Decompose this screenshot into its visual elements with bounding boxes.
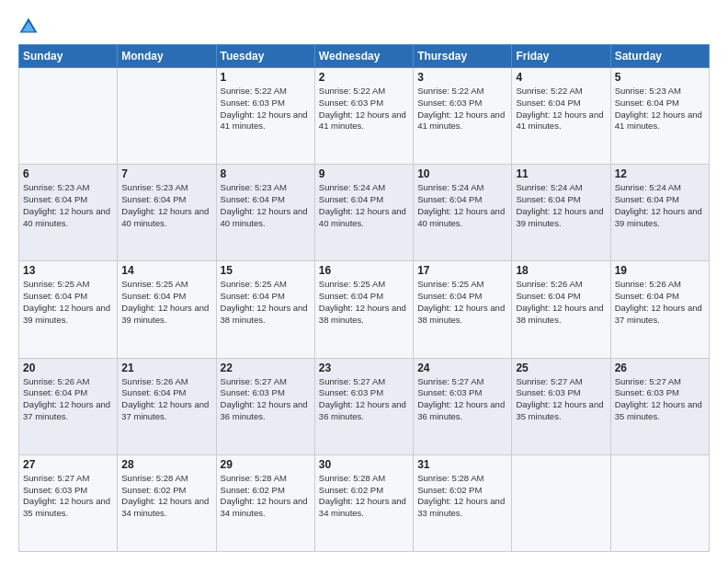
day-number: 3 [417,71,507,84]
calendar-day [610,454,709,551]
day-number: 18 [516,264,606,277]
day-number: 31 [417,458,507,471]
day-info: Sunrise: 5:27 AM Sunset: 6:03 PM Dayligh… [417,376,507,423]
calendar-day: 30Sunrise: 5:28 AM Sunset: 6:02 PM Dayli… [314,454,413,551]
day-info: Sunrise: 5:23 AM Sunset: 6:04 PM Dayligh… [121,182,211,229]
day-info: Sunrise: 5:22 AM Sunset: 6:04 PM Dayligh… [516,86,606,132]
calendar-day: 15Sunrise: 5:25 AM Sunset: 6:04 PM Dayli… [216,261,314,358]
calendar-day: 19Sunrise: 5:26 AM Sunset: 6:04 PM Dayli… [610,261,709,358]
day-number: 25 [516,362,606,374]
column-header-thursday: Thursday [414,45,512,68]
page: SundayMondayTuesdayWednesdayThursdayFrid… [0,0,728,563]
day-number: 12 [615,167,705,180]
column-header-friday: Friday [512,45,610,68]
day-info: Sunrise: 5:23 AM Sunset: 6:04 PM Dayligh… [615,86,705,132]
calendar-day: 29Sunrise: 5:28 AM Sunset: 6:02 PM Dayli… [216,454,314,551]
calendar-day [118,68,216,165]
day-number: 2 [319,71,409,84]
column-header-wednesday: Wednesday [314,45,413,68]
day-info: Sunrise: 5:26 AM Sunset: 6:04 PM Dayligh… [516,279,606,326]
day-info: Sunrise: 5:22 AM Sunset: 6:03 PM Dayligh… [417,86,507,132]
day-info: Sunrise: 5:22 AM Sunset: 6:03 PM Dayligh… [221,86,311,132]
day-number: 6 [23,167,113,180]
calendar-week-1: 1Sunrise: 5:22 AM Sunset: 6:03 PM Daylig… [19,68,710,165]
day-info: Sunrise: 5:26 AM Sunset: 6:04 PM Dayligh… [23,376,113,423]
day-number: 17 [417,264,507,277]
day-info: Sunrise: 5:26 AM Sunset: 6:04 PM Dayligh… [615,279,705,326]
logo [18,17,42,37]
calendar-day: 7Sunrise: 5:23 AM Sunset: 6:04 PM Daylig… [118,165,216,261]
calendar-day: 17Sunrise: 5:25 AM Sunset: 6:04 PM Dayli… [414,261,512,358]
day-info: Sunrise: 5:28 AM Sunset: 6:02 PM Dayligh… [121,473,211,520]
calendar-day [512,454,610,551]
day-info: Sunrise: 5:25 AM Sunset: 6:04 PM Dayligh… [121,279,211,326]
column-header-monday: Monday [118,45,216,68]
calendar-day: 8Sunrise: 5:23 AM Sunset: 6:04 PM Daylig… [216,165,314,261]
day-info: Sunrise: 5:24 AM Sunset: 6:04 PM Dayligh… [319,182,409,229]
day-info: Sunrise: 5:27 AM Sunset: 6:03 PM Dayligh… [319,376,409,423]
calendar-day: 31Sunrise: 5:28 AM Sunset: 6:02 PM Dayli… [414,454,512,551]
day-info: Sunrise: 5:24 AM Sunset: 6:04 PM Dayligh… [417,182,507,229]
day-number: 22 [221,362,311,374]
day-info: Sunrise: 5:27 AM Sunset: 6:03 PM Dayligh… [516,376,606,423]
day-info: Sunrise: 5:28 AM Sunset: 6:02 PM Dayligh… [221,473,311,520]
calendar-week-4: 20Sunrise: 5:26 AM Sunset: 6:04 PM Dayli… [19,358,710,454]
day-number: 30 [319,458,409,471]
day-number: 9 [319,167,409,180]
calendar-day: 9Sunrise: 5:24 AM Sunset: 6:04 PM Daylig… [314,165,413,261]
calendar-week-3: 13Sunrise: 5:25 AM Sunset: 6:04 PM Dayli… [19,261,710,358]
day-info: Sunrise: 5:28 AM Sunset: 6:02 PM Dayligh… [319,473,409,520]
day-number: 19 [615,264,705,277]
calendar-day: 23Sunrise: 5:27 AM Sunset: 6:03 PM Dayli… [314,358,413,454]
day-info: Sunrise: 5:27 AM Sunset: 6:03 PM Dayligh… [615,376,705,423]
day-number: 26 [615,362,705,374]
day-number: 13 [23,264,113,277]
calendar-day: 16Sunrise: 5:25 AM Sunset: 6:04 PM Dayli… [314,261,413,358]
day-info: Sunrise: 5:24 AM Sunset: 6:04 PM Dayligh… [516,182,606,229]
day-number: 7 [121,167,211,180]
calendar-table: SundayMondayTuesdayWednesdayThursdayFrid… [18,44,710,552]
day-number: 28 [121,458,211,471]
calendar-day: 3Sunrise: 5:22 AM Sunset: 6:03 PM Daylig… [414,68,512,165]
calendar-day: 21Sunrise: 5:26 AM Sunset: 6:04 PM Dayli… [118,358,216,454]
calendar-day: 2Sunrise: 5:22 AM Sunset: 6:03 PM Daylig… [314,68,413,165]
column-header-tuesday: Tuesday [216,45,314,68]
day-number: 1 [221,71,311,84]
day-info: Sunrise: 5:22 AM Sunset: 6:03 PM Dayligh… [319,86,409,132]
calendar-day: 6Sunrise: 5:23 AM Sunset: 6:04 PM Daylig… [19,165,118,261]
day-number: 10 [417,167,507,180]
day-info: Sunrise: 5:28 AM Sunset: 6:02 PM Dayligh… [417,473,507,520]
day-number: 27 [23,458,113,471]
calendar-day: 5Sunrise: 5:23 AM Sunset: 6:04 PM Daylig… [610,68,709,165]
day-info: Sunrise: 5:27 AM Sunset: 6:03 PM Dayligh… [221,376,311,423]
day-info: Sunrise: 5:25 AM Sunset: 6:04 PM Dayligh… [221,279,311,326]
day-number: 20 [23,362,113,374]
day-number: 5 [615,71,705,84]
day-info: Sunrise: 5:25 AM Sunset: 6:04 PM Dayligh… [319,279,409,326]
calendar-day: 4Sunrise: 5:22 AM Sunset: 6:04 PM Daylig… [512,68,610,165]
calendar-day: 27Sunrise: 5:27 AM Sunset: 6:03 PM Dayli… [19,454,118,551]
calendar-day: 28Sunrise: 5:28 AM Sunset: 6:02 PM Dayli… [118,454,216,551]
day-info: Sunrise: 5:26 AM Sunset: 6:04 PM Dayligh… [121,376,211,423]
calendar-day: 20Sunrise: 5:26 AM Sunset: 6:04 PM Dayli… [19,358,118,454]
day-info: Sunrise: 5:25 AM Sunset: 6:04 PM Dayligh… [417,279,507,326]
day-number: 16 [319,264,409,277]
calendar-day [19,68,118,165]
day-info: Sunrise: 5:24 AM Sunset: 6:04 PM Dayligh… [615,182,705,229]
calendar-week-2: 6Sunrise: 5:23 AM Sunset: 6:04 PM Daylig… [19,165,710,261]
day-number: 8 [221,167,311,180]
calendar-day: 14Sunrise: 5:25 AM Sunset: 6:04 PM Dayli… [118,261,216,358]
calendar-day: 13Sunrise: 5:25 AM Sunset: 6:04 PM Dayli… [19,261,118,358]
calendar-day: 1Sunrise: 5:22 AM Sunset: 6:03 PM Daylig… [216,68,314,165]
day-number: 15 [221,264,311,277]
calendar-day: 25Sunrise: 5:27 AM Sunset: 6:03 PM Dayli… [512,358,610,454]
calendar-header-row: SundayMondayTuesdayWednesdayThursdayFrid… [19,45,710,68]
column-header-sunday: Sunday [19,45,118,68]
day-info: Sunrise: 5:27 AM Sunset: 6:03 PM Dayligh… [23,473,113,520]
calendar-day: 22Sunrise: 5:27 AM Sunset: 6:03 PM Dayli… [216,358,314,454]
calendar-day: 11Sunrise: 5:24 AM Sunset: 6:04 PM Dayli… [512,165,610,261]
day-number: 4 [516,71,606,84]
calendar-day: 24Sunrise: 5:27 AM Sunset: 6:03 PM Dayli… [414,358,512,454]
day-number: 29 [221,458,311,471]
day-number: 23 [319,362,409,374]
